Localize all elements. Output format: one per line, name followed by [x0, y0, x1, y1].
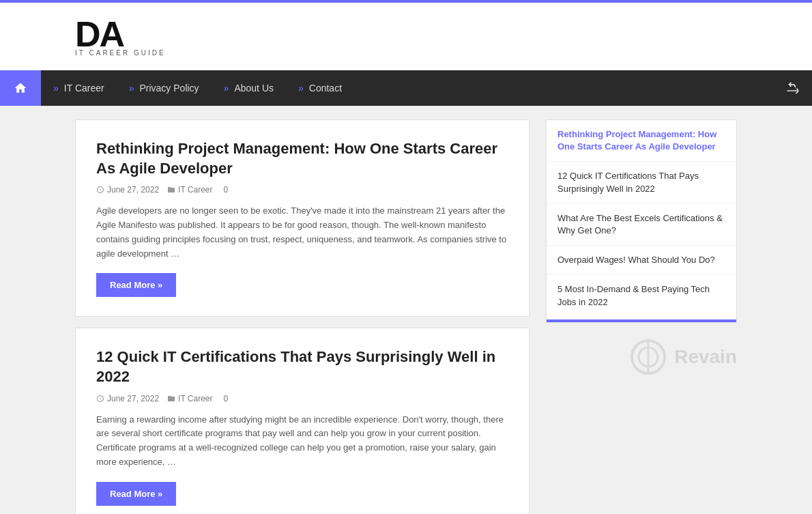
page-wrapper: DA IT CAREER GUIDE » IT Career » Privacy… [0, 0, 812, 514]
revain-logo-icon [628, 337, 669, 377]
logo-area: DA IT CAREER GUIDE [75, 16, 737, 57]
read-more-button[interactable]: Read More » [96, 273, 176, 297]
navigation: » IT Career » Privacy Policy » About Us … [0, 70, 812, 106]
sidebar: Rethinking Project Management: How One S… [546, 119, 737, 514]
logo-sub: IT CAREER GUIDE [75, 49, 166, 57]
article-meta: June 27, 2022 IT Career 0 [96, 185, 508, 195]
article-category: IT Career [167, 185, 212, 195]
article-card: 12 Quick IT Certifications That Pays Sur… [75, 328, 530, 514]
random-icon [786, 81, 800, 94]
article-date: June 27, 2022 [96, 394, 159, 403]
revain-watermark: Revain [546, 337, 737, 377]
folder-icon [167, 395, 175, 403]
clock-icon [96, 186, 104, 194]
sidebar-accent-line [547, 319, 736, 322]
sidebar-link[interactable]: 12 Quick IT Certifications That Pays Sur… [547, 162, 736, 203]
nav-arrow-icon: » [224, 83, 229, 94]
random-button[interactable] [774, 72, 812, 104]
home-nav-button[interactable] [0, 70, 41, 106]
sidebar-list-item: Rethinking Project Management: How One S… [547, 120, 736, 162]
article-category: IT Career [167, 394, 212, 403]
sidebar-list-item: 5 Most In-Demand & Best Paying Tech Jobs… [547, 275, 736, 316]
article-date: June 27, 2022 [96, 185, 159, 195]
folder-icon [167, 186, 175, 194]
sidebar-list-item: Overpaid Wages! What Should You Do? [547, 246, 736, 275]
nav-item-contact[interactable]: » Contact [286, 72, 354, 104]
nav-arrow-icon: » [298, 83, 304, 94]
article-meta: June 27, 2022 IT Career 0 [96, 394, 508, 403]
nav-arrow-icon: » [129, 83, 134, 94]
sidebar-widget: Rethinking Project Management: How One S… [546, 119, 737, 323]
sidebar-link[interactable]: Overpaid Wages! What Should You Do? [547, 246, 736, 274]
read-more-button[interactable]: Read More » [96, 482, 176, 506]
nav-arrow-icon: » [53, 83, 59, 94]
article-comments: 0 [221, 394, 229, 403]
article-comments: 0 [221, 185, 229, 195]
clock-icon [96, 395, 104, 403]
nav-item-privacy-policy[interactable]: » Privacy Policy [117, 72, 212, 104]
articles-column: Rethinking Project Management: How One S… [75, 119, 530, 514]
header: DA IT CAREER GUIDE [0, 3, 812, 70]
nav-item-it-career[interactable]: » IT Career [41, 72, 117, 104]
main-content: Rethinking Project Management: How One S… [0, 106, 812, 514]
sidebar-link[interactable]: What Are The Best Excels Certifications … [547, 204, 736, 245]
sidebar-list-item: What Are The Best Excels Certifications … [547, 204, 736, 246]
revain-text: Revain [674, 346, 737, 368]
nav-links: » IT Career » Privacy Policy » About Us … [41, 72, 774, 104]
logo-main: DA [75, 16, 124, 52]
home-icon [14, 81, 27, 95]
sidebar-links-list: Rethinking Project Management: How One S… [547, 120, 736, 317]
nav-item-about-us[interactable]: » About Us [212, 72, 286, 104]
article-title: 12 Quick IT Certifications That Pays Sur… [96, 347, 508, 386]
article-excerpt: Earning a rewarding income after studyin… [96, 413, 508, 470]
article-excerpt: Agile developers are no longer seen to b… [96, 204, 508, 261]
article-title: Rethinking Project Management: How One S… [96, 139, 508, 178]
sidebar-list-item: 12 Quick IT Certifications That Pays Sur… [547, 162, 736, 203]
article-card: Rethinking Project Management: How One S… [75, 119, 530, 317]
sidebar-link[interactable]: 5 Most In-Demand & Best Paying Tech Jobs… [547, 275, 736, 316]
sidebar-link[interactable]: Rethinking Project Management: How One S… [547, 120, 736, 161]
